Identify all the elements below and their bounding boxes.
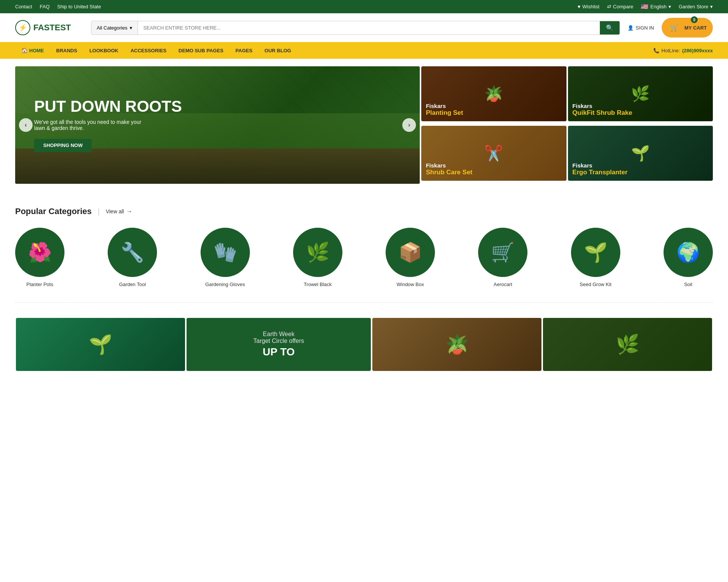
top-bar: Contact FAQ Ship to United State ♥ Wishl… [0, 0, 728, 13]
categories-section: Popular Categories | View all → 🌺 Plante… [0, 191, 728, 295]
section-header: Popular Categories | View all → [15, 207, 713, 216]
search-icon: 🔍 [606, 25, 613, 31]
shipping-link[interactable]: Ship to United State [57, 4, 101, 9]
search-button[interactable]: 🔍 [600, 21, 620, 34]
compare-icon: ⇄ [607, 4, 611, 9]
hotline-number: (286)909xxxx [682, 48, 713, 53]
category-circle-2: 🧤 [201, 228, 250, 277]
section-divider-line [15, 302, 713, 303]
category-emoji-3: 🌿 [306, 241, 329, 263]
search-category-dropdown[interactable]: All Categories ▾ [91, 21, 138, 34]
chevron-down-icon-store: ▾ [710, 4, 713, 9]
nav-lookbook[interactable]: LOOKBOOK [83, 42, 125, 59]
arrow-right-icon: → [126, 208, 132, 215]
language-selector[interactable]: 🇺🇸 English ▾ [641, 3, 671, 10]
cart-button[interactable]: 🛒 0 MY CART [662, 18, 713, 38]
category-circle-6: 🌱 [571, 228, 620, 277]
category-name-5: Aerocart [494, 282, 512, 287]
bottom-banner-3[interactable]: 🌿 [543, 318, 712, 371]
category-item-0[interactable]: 🌺 Planter Pots [15, 228, 64, 287]
category-item-3[interactable]: 🌿 Trowel Black [293, 228, 342, 287]
category-emoji-1: 🔧 [121, 241, 144, 263]
category-emoji-5: 🛒 [491, 241, 515, 263]
side-banner-0[interactable]: 🪴 Fiskars Planting Set [421, 66, 566, 121]
nav-brands[interactable]: BRANDS [50, 42, 83, 59]
side-banners: 🪴 Fiskars Planting Set 🌿 Fiskars QuikFit… [421, 66, 713, 184]
bottom-banners: 🌱 Earth Week Target Circle offers UP TO … [0, 310, 728, 379]
logo[interactable]: ⚡ FASTEST [15, 20, 83, 35]
faq-link[interactable]: FAQ [40, 4, 50, 9]
category-item-5[interactable]: 🛒 Aerocart [478, 228, 527, 287]
contact-link[interactable]: Contact [15, 4, 32, 9]
shopping-now-button[interactable]: SHOPPING NOW [34, 139, 92, 152]
side-banner-brand-2: Fiskars [426, 162, 562, 169]
store-selector[interactable]: Garden Store ▾ [679, 4, 713, 9]
hotline: 📞 HotLine: (286)909xxxx [653, 48, 713, 53]
banner-prev-button[interactable]: ‹ [19, 118, 33, 132]
nav-our-blog[interactable]: OUR BLOG [259, 42, 297, 59]
category-emoji-6: 🌱 [584, 241, 607, 263]
bottom-banner-2[interactable]: 🪴 [372, 318, 541, 371]
nav-accessories[interactable]: ACCESSORIES [124, 42, 173, 59]
category-name-7: Soil [684, 282, 692, 287]
nav-links: 🏠 HOME BRANDS LOOKBOOK ACCESSORIES DEMO … [15, 42, 297, 59]
nav-demo-sub-pages[interactable]: DEMO SUB PAGES [173, 42, 229, 59]
category-circle-4: 📦 [386, 228, 435, 277]
flag-icon: 🇺🇸 [641, 3, 648, 10]
category-circle-1: 🔧 [108, 228, 157, 277]
user-icon: 👤 [628, 25, 634, 31]
side-banner-brand-1: Fiskars [573, 103, 708, 109]
category-name-1: Garden Tool [119, 282, 146, 287]
chevron-down-icon-search: ▾ [130, 25, 132, 31]
category-circle-7: 🌍 [664, 228, 713, 277]
nav-home[interactable]: 🏠 HOME [15, 42, 50, 59]
top-bar-right: ♥ Wishlist ⇄ Compare 🇺🇸 English ▾ Garden… [577, 3, 713, 10]
category-item-1[interactable]: 🔧 Garden Tool [108, 228, 157, 287]
search-bar: All Categories ▾ 🔍 [91, 21, 620, 35]
chevron-left-icon: ‹ [25, 122, 27, 128]
category-emoji-7: 🌍 [676, 241, 700, 263]
section-title: Popular Categories [15, 207, 92, 216]
view-all-link[interactable]: View all → [106, 208, 132, 215]
category-name-2: Gardening Gloves [205, 282, 245, 287]
side-banner-2[interactable]: ✂️ Fiskars Shrub Care Set [421, 126, 566, 181]
nav-pages[interactable]: PAGES [229, 42, 259, 59]
chevron-down-icon: ▾ [668, 4, 671, 9]
side-banner-title-0: Planting Set [426, 109, 562, 117]
cart-icon: 🛒 [668, 21, 681, 34]
main-banner: PUT DOWN ROOTS We've got all the tools y… [15, 66, 420, 184]
section-divider: | [98, 207, 100, 216]
header: ⚡ FASTEST All Categories ▾ 🔍 👤 SIGN IN 🛒… [0, 13, 728, 42]
category-item-6[interactable]: 🌱 Seed Grow Kit [571, 228, 620, 287]
side-banner-title-1: QuikFit Shrub Rake [573, 109, 708, 117]
banner-section: PUT DOWN ROOTS We've got all the tools y… [0, 59, 728, 191]
earth-week-line3: UP TO [263, 346, 295, 358]
side-banner-overlay-2: Fiskars Shrub Care Set [421, 158, 566, 181]
category-circle-3: 🌿 [293, 228, 342, 277]
side-banner-brand-0: Fiskars [426, 103, 562, 109]
banner-content: PUT DOWN ROOTS We've got all the tools y… [34, 98, 182, 152]
bottom-banner-0[interactable]: 🌱 [16, 318, 185, 371]
side-banner-title-3: Ergo Transplanter [573, 169, 708, 176]
sign-in-link[interactable]: 👤 SIGN IN [628, 25, 654, 31]
category-item-7[interactable]: 🌍 Soil [664, 228, 713, 287]
logo-text: FASTEST [33, 23, 71, 33]
top-bar-left: Contact FAQ Ship to United State [15, 4, 101, 9]
chevron-right-icon: › [408, 122, 410, 128]
earth-week-line2: Target Circle offers [253, 338, 304, 344]
banner-next-button[interactable]: › [402, 118, 416, 132]
category-item-2[interactable]: 🧤 Gardening Gloves [201, 228, 250, 287]
category-emoji-0: 🌺 [28, 241, 52, 263]
search-input[interactable] [138, 21, 600, 34]
header-actions: 👤 SIGN IN 🛒 0 MY CART [628, 18, 713, 38]
home-icon: 🏠 [21, 47, 28, 53]
side-banner-overlay-3: Fiskars Ergo Transplanter [568, 158, 713, 181]
bottom-banner-1[interactable]: Earth Week Target Circle offers UP TO [187, 318, 371, 371]
category-name-0: Planter Pots [27, 282, 53, 287]
side-banner-3[interactable]: 🌱 Fiskars Ergo Transplanter [568, 126, 713, 181]
wishlist-link[interactable]: ♥ Wishlist [577, 4, 599, 9]
nav-bar: 🏠 HOME BRANDS LOOKBOOK ACCESSORIES DEMO … [0, 42, 728, 59]
side-banner-1[interactable]: 🌿 Fiskars QuikFit Shrub Rake [568, 66, 713, 121]
category-item-4[interactable]: 📦 Window Box [386, 228, 435, 287]
compare-link[interactable]: ⇄ Compare [607, 4, 633, 9]
